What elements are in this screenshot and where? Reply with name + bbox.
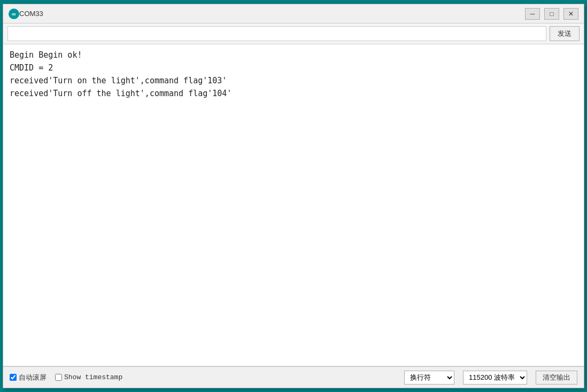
auto-scroll-label[interactable]: 自动滚屏 bbox=[10, 373, 47, 382]
show-timestamp-text: Show timestamp bbox=[64, 373, 122, 381]
show-timestamp-label[interactable]: Show timestamp bbox=[55, 373, 122, 381]
auto-scroll-checkbox[interactable] bbox=[10, 374, 17, 381]
auto-scroll-text: 自动滚屏 bbox=[19, 373, 47, 382]
status-bar: 自动滚屏 Show timestamp 换行符无行结尾新行回车+换行 30060… bbox=[3, 366, 584, 388]
serial-input[interactable] bbox=[7, 26, 546, 41]
baud-rate-group: 3006001200240048009600144001920028800384… bbox=[463, 371, 527, 385]
close-button[interactable]: ✕ bbox=[563, 8, 578, 20]
arduino-serial-monitor-window: ∞ COM33 ─ □ ✕ 发送 Begin Begin ok! CMDID =… bbox=[3, 4, 584, 388]
window-controls: ─ □ ✕ bbox=[525, 8, 578, 20]
title-bar: ∞ COM33 ─ □ ✕ bbox=[3, 4, 584, 23]
serial-output-text: Begin Begin ok! CMDID = 2 received'Turn … bbox=[10, 49, 577, 100]
baud-rate-select[interactable]: 3006001200240048009600144001920028800384… bbox=[463, 371, 527, 385]
serial-output-area: Begin Begin ok! CMDID = 2 received'Turn … bbox=[3, 44, 584, 366]
send-button[interactable]: 发送 bbox=[550, 26, 580, 41]
window-title: COM33 bbox=[19, 10, 525, 18]
minimize-button[interactable]: ─ bbox=[525, 8, 540, 20]
app-icon: ∞ bbox=[9, 9, 19, 19]
maximize-button[interactable]: □ bbox=[544, 8, 559, 20]
line-ending-group: 换行符无行结尾新行回车+换行 bbox=[404, 371, 454, 385]
clear-output-button[interactable]: 清空输出 bbox=[536, 371, 577, 385]
show-timestamp-checkbox[interactable] bbox=[55, 374, 62, 381]
toolbar: 发送 bbox=[3, 23, 584, 44]
line-ending-select[interactable]: 换行符无行结尾新行回车+换行 bbox=[404, 371, 454, 385]
